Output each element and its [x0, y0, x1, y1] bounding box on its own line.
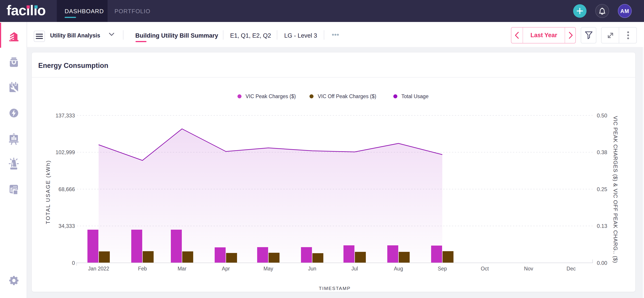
svg-text:VIC PEAK CHARGES ($) & VIC OFF: VIC PEAK CHARGES ($) & VIC OFF PEAK CHAR…	[612, 116, 618, 263]
svg-text:Feb: Feb	[138, 266, 147, 271]
svg-text:May: May	[264, 266, 273, 271]
svg-text:Nov: Nov	[524, 266, 533, 271]
svg-text:0.00: 0.00	[597, 260, 607, 266]
svg-text:VIC Off Peak Charges ($): VIC Off Peak Charges ($)	[318, 93, 376, 99]
svg-text:Jan 2022: Jan 2022	[88, 266, 109, 271]
svg-text:0.13: 0.13	[597, 223, 607, 229]
svg-text:Jun: Jun	[308, 266, 316, 271]
svg-text:Oct: Oct	[481, 266, 489, 271]
svg-text:0.38: 0.38	[597, 149, 607, 155]
svg-text:0: 0	[72, 260, 75, 266]
svg-text:102,999: 102,999	[56, 149, 75, 155]
svg-text:Jul: Jul	[351, 266, 358, 271]
svg-text:Total Usage: Total Usage	[402, 93, 428, 99]
svg-text:TIMESTAMP: TIMESTAMP	[319, 286, 351, 291]
svg-text:34,333: 34,333	[58, 223, 75, 229]
svg-text:Mar: Mar	[178, 266, 186, 271]
svg-text:0.25: 0.25	[597, 186, 607, 192]
svg-text:AM: AM	[620, 8, 629, 14]
svg-text:Aug: Aug	[394, 266, 403, 271]
svg-text:TOTAL USAGE (kWh): TOTAL USAGE (kWh)	[45, 160, 51, 224]
svg-text:Apr: Apr	[222, 266, 230, 271]
svg-text:0.50: 0.50	[597, 112, 607, 118]
svg-text:68,666: 68,666	[58, 186, 75, 192]
svg-text:137,333: 137,333	[56, 112, 75, 118]
svg-text:Dec: Dec	[567, 266, 576, 271]
svg-text:Sep: Sep	[438, 266, 447, 271]
svg-text:VIC Peak Charges ($): VIC Peak Charges ($)	[246, 93, 296, 99]
